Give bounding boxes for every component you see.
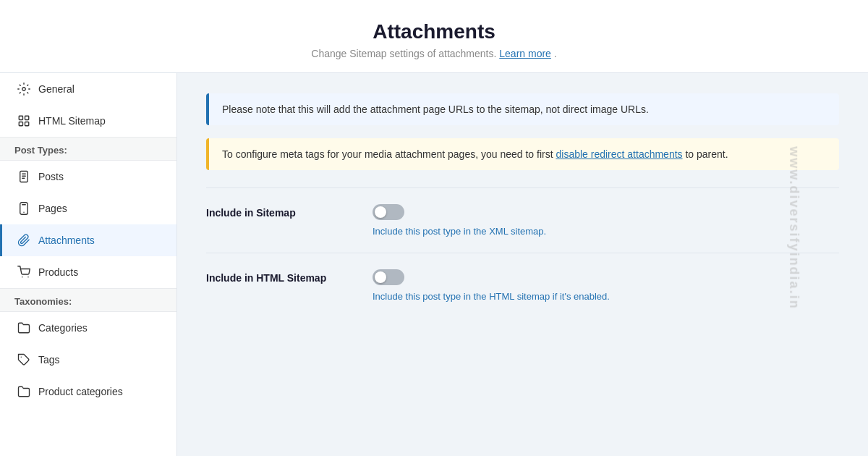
doc-icon	[17, 169, 31, 184]
page-subtitle: Change Sitemap settings of attachments. …	[14, 48, 854, 59]
svg-point-11	[23, 212, 25, 214]
sidebar-label-tags: Tags	[38, 354, 60, 366]
sidebar-section-taxonomies: Taxonomies:	[0, 288, 176, 312]
cart-icon	[17, 265, 31, 279]
setting-control-include-html-sitemap: Include this post type in the HTML sitem…	[373, 269, 610, 302]
toggle-include-html-sitemap[interactable]	[373, 269, 404, 285]
paperclip-icon	[17, 233, 31, 248]
sidebar-item-tags[interactable]: Tags	[0, 344, 176, 376]
notice-yellow: To configure meta tags for your media at…	[206, 138, 839, 170]
toggle-include-sitemap[interactable]	[373, 204, 404, 220]
sidebar-label-html-sitemap: HTML Sitemap	[38, 115, 106, 127]
sidebar-item-categories[interactable]: Categories	[0, 312, 176, 344]
subtitle-text: Change Sitemap settings of attachments.	[311, 48, 496, 59]
toggle-thumb-2	[375, 271, 386, 283]
svg-point-12	[22, 276, 23, 278]
learn-more-link[interactable]: Learn more	[499, 48, 551, 59]
sidebar: General HTML Sitemap Post Types: Posts P…	[0, 73, 177, 456]
sidebar-label-product-categories: Product categories	[38, 386, 123, 397]
sidebar-label-categories: Categories	[38, 322, 88, 334]
sidebar-item-general[interactable]: General	[0, 73, 176, 105]
main-layout: General HTML Sitemap Post Types: Posts P…	[0, 73, 868, 456]
svg-point-0	[22, 88, 26, 91]
toggle-thumb	[375, 206, 386, 218]
subtitle-suffix: .	[554, 48, 557, 59]
svg-rect-3	[19, 122, 22, 126]
sidebar-label-pages: Pages	[38, 203, 67, 214]
svg-rect-4	[25, 122, 29, 126]
setting-control-include-sitemap: Include this post type in the XML sitema…	[373, 204, 546, 237]
sidebar-label-general: General	[38, 83, 75, 95]
sidebar-item-products[interactable]: Products	[0, 256, 176, 288]
folder-icon	[17, 321, 31, 335]
toggle-track-2	[373, 269, 404, 285]
setting-label-include-html-sitemap: Include in HTML Sitemap	[206, 269, 351, 284]
sidebar-label-products: Products	[38, 266, 78, 278]
setting-desc-include-html-sitemap: Include this post type in the HTML sitem…	[373, 291, 610, 302]
notice-yellow-prefix: To configure meta tags for your media at…	[222, 148, 556, 160]
notice-blue: Please note that this will add the attac…	[206, 93, 839, 125]
page-title: Attachments	[14, 20, 854, 43]
folder2-icon	[17, 384, 31, 399]
sidebar-item-product-categories[interactable]: Product categories	[0, 376, 176, 408]
setting-row-include-html-sitemap: Include in HTML Sitemap Include this pos…	[206, 253, 839, 318]
disable-redirect-link[interactable]: disable redirect attachments	[556, 148, 682, 160]
sidebar-section-post-types: Post Types:	[0, 137, 176, 161]
svg-point-13	[27, 276, 29, 278]
sidebar-item-posts[interactable]: Posts	[0, 161, 176, 193]
grid-icon	[17, 114, 31, 128]
sidebar-label-posts: Posts	[38, 171, 64, 182]
page-header: Attachments Change Sitemap settings of a…	[0, 0, 868, 73]
svg-rect-1	[19, 116, 22, 119]
sidebar-item-pages[interactable]: Pages	[0, 193, 176, 224]
notice-yellow-suffix: to parent.	[683, 148, 728, 160]
toggle-track	[373, 204, 404, 220]
sidebar-item-attachments[interactable]: Attachments	[0, 224, 176, 256]
gear-icon	[17, 82, 31, 96]
svg-rect-2	[25, 116, 29, 119]
tag-icon	[17, 352, 31, 367]
notice-blue-text: Please note that this will add the attac…	[222, 104, 649, 115]
main-content: Please note that this will add the attac…	[177, 73, 868, 456]
setting-row-include-sitemap: Include in Sitemap Include this post typ…	[206, 187, 839, 253]
svg-rect-5	[20, 172, 28, 182]
setting-desc-include-sitemap: Include this post type in the XML sitema…	[373, 226, 546, 237]
setting-label-include-sitemap: Include in Sitemap	[206, 204, 351, 219]
sidebar-label-attachments: Attachments	[38, 235, 95, 246]
sidebar-item-html-sitemap[interactable]: HTML Sitemap	[0, 105, 176, 137]
phone-icon	[17, 201, 31, 216]
